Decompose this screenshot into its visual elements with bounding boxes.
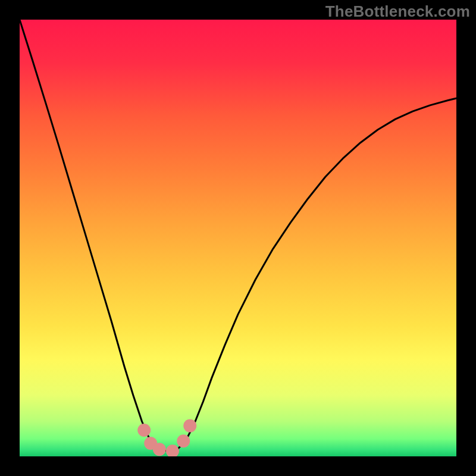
curve-marker bbox=[177, 434, 190, 447]
plot-area bbox=[20, 20, 456, 456]
chart-frame: TheBottleneck.com bbox=[0, 0, 476, 476]
curve-marker bbox=[183, 419, 196, 433]
curve-marker bbox=[137, 424, 151, 437]
curve-marker bbox=[153, 443, 166, 456]
chart-svg bbox=[20, 20, 456, 456]
watermark-text: TheBottleneck.com bbox=[325, 2, 470, 21]
gradient-background bbox=[20, 20, 456, 456]
